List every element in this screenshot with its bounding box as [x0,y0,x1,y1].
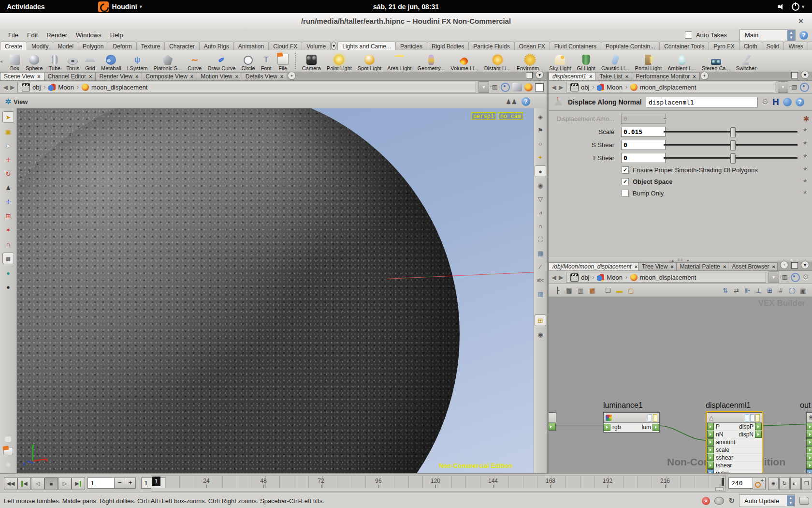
slider-handle[interactable] [730,127,736,137]
shelf-tool-torus[interactable]: Torus [63,51,82,71]
shelf-tool-distantlight[interactable]: Distant Li... [481,51,514,71]
param-menu-icon[interactable]: * [803,189,807,199]
follow-selection-icon[interactable] [501,83,510,92]
param-menu-icon[interactable]: * [803,177,807,188]
shelf-scroll-left-icon[interactable]: ◂ [0,59,7,64]
tab-details-view[interactable]: Details View× [242,72,287,80]
ik-tool-icon[interactable]: ✶ [3,224,14,235]
tab-network-path[interactable]: /obj/Moon/moon_displacement× [549,262,638,270]
input-port[interactable] [807,423,812,430]
window-close-button[interactable]: × [798,16,803,26]
input-port[interactable] [707,423,714,430]
shelf-tool-skylight[interactable]: Sky Light [546,51,574,71]
shelf-tool-stereocamera[interactable]: Stereo Ca... [699,51,733,71]
shelf-tool-box[interactable]: Box [7,51,23,71]
add-tab-button[interactable]: + [780,261,788,269]
shelf-tool-arealight[interactable]: Area Light [384,51,414,71]
tab-channel-editor[interactable]: Channel Editor× [44,72,96,80]
checkbox[interactable] [622,190,629,197]
path-dropdown-button[interactable]: ▼ [768,271,779,283]
shelf-tool-portallight[interactable]: Portal Light [632,51,665,71]
param-menu-icon[interactable]: * [803,126,807,137]
menu-windows[interactable]: Windows [72,31,106,39]
input-port[interactable] [707,431,714,438]
magnifier-icon[interactable]: ◯ [788,286,796,295]
menu-help[interactable]: Help [106,31,128,39]
edit-tool-icon[interactable]: ▣ [3,126,14,137]
param-value-field[interactable] [621,153,666,163]
current-frame-field[interactable] [87,478,115,489]
play-reverse-button[interactable]: ◁ [31,477,44,490]
node-name-field[interactable] [646,97,758,107]
text-overlay-icon[interactable]: abc [535,275,546,285]
cache-icon[interactable] [799,497,809,505]
color-swatch-icon[interactable] [535,83,544,91]
shelf-tab-create[interactable]: Create [0,42,27,50]
breadcrumb[interactable]: obj › Moon › moon_displacement [566,272,766,283]
shelf-tool-spotlight[interactable]: Spot Light [355,51,385,71]
audio-button[interactable] [790,477,801,490]
shade-menu-icon[interactable]: ▽ [535,194,546,204]
add-tab-button[interactable]: + [700,72,709,80]
character-pick-icon[interactable]: ♟ [3,182,14,193]
refresh-icon[interactable]: ↻ [728,496,735,505]
tab-scene-view[interactable]: Scene View× [0,72,44,80]
flag-slot[interactable] [745,414,749,421]
eye-icon[interactable]: ◉ [535,329,546,340]
timeline-options-button[interactable]: ... [715,487,724,491]
translate-tool-icon[interactable]: ⊞ [3,210,14,221]
distribute-vertical-icon[interactable]: ⇅ [721,286,729,295]
checkbox[interactable]: ✓ [622,178,629,185]
input-port-rgb[interactable] [604,424,610,431]
tab-displacenml1[interactable]: displacenml1× [549,72,596,80]
interrupt-icon[interactable]: × [702,497,710,505]
hierarchy-icon[interactable]: ┠ [553,286,562,295]
headlight-icon[interactable]: ✦ [535,152,546,163]
crumb-moon-displacement[interactable]: moon_displacement [628,274,698,281]
node-output[interactable]: ❀ P P v a a li p id [806,412,812,473]
shelf-tool-lsystem[interactable]: ψLSystem [124,51,151,71]
shelf-more-button[interactable]: ▼ [331,42,336,50]
shelf-tool-gilight[interactable]: GI Light [574,51,599,71]
annotate-icon[interactable]: ∕ [535,261,546,272]
sticky-note-icon[interactable]: ▬ [615,286,624,295]
gear-icon[interactable]: ⚙ [762,98,768,106]
param-slider[interactable] [664,157,798,159]
shelf-tab-fur[interactable]: Fur [808,42,812,50]
shelf-tool-tube[interactable]: Tube [45,51,63,71]
flipbook-icon[interactable]: ⚑ [535,125,546,135]
persp-label[interactable]: persp1 [471,112,496,120]
shelf-tab-polygon[interactable]: Polygon [78,42,108,50]
breadcrumb[interactable]: obj › Moon › moon_displacement [17,82,476,92]
breadcrumb[interactable]: obj › Moon › moon_displacement [566,82,775,92]
output-port[interactable] [755,431,762,438]
shelf-tab-lights[interactable]: Lights and Came... [337,42,396,50]
shelf-tool-camera[interactable]: Camera [299,51,324,71]
shelf-tab-cloudfx[interactable]: Cloud FX [268,42,302,50]
crumb-moon-displacement[interactable]: moon_displacement [80,84,149,91]
visibility-box-icon[interactable]: ▣ [799,286,807,295]
input-port[interactable] [807,454,812,461]
network-canvas[interactable]: VEX Builder Non-Commercial Edition lr lu… [549,297,812,473]
input-port[interactable] [807,431,812,438]
crumb-obj[interactable]: obj [568,83,591,91]
close-tab-icon[interactable]: × [190,74,193,79]
pane-menu-icon[interactable]: ▼ [801,71,809,79]
node-luminance1[interactable]: rgb lum [603,412,660,433]
gear-icon[interactable]: ⚙ [802,273,809,281]
display-options-icon[interactable]: ◈ [535,111,546,122]
pose-tool-icon[interactable]: ✛ [3,196,14,207]
geometry-select-icon[interactable]: ◼ [2,253,14,264]
crumb-obj[interactable]: obj [568,273,591,282]
param-value-field[interactable] [621,127,666,137]
input-port[interactable] [807,446,812,453]
shelf-tool-ambientlight[interactable]: Ambient L... [665,51,699,71]
flag-slot[interactable] [653,414,657,421]
shelf-tab-populate[interactable]: Populate Contain... [601,42,660,50]
close-tab-icon[interactable]: × [89,74,92,79]
close-tab-icon[interactable]: × [772,264,775,269]
play-button[interactable]: ▷ [58,477,72,490]
shelf-tab-texture[interactable]: Texture [136,42,165,50]
param-menu-icon[interactable]: ✱ [803,115,810,123]
frame-decrement-button[interactable]: − [114,478,125,489]
